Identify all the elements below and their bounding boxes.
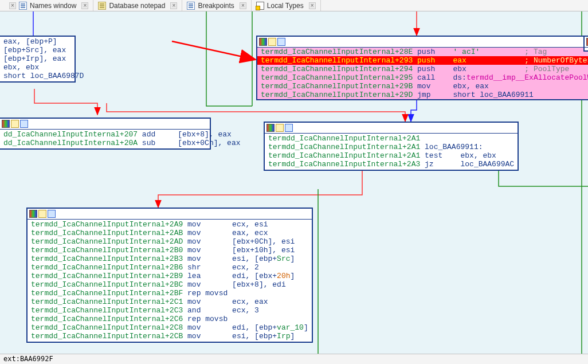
group-icon[interactable] [277,38,285,46]
group-icon[interactable] [285,124,293,132]
basic-block-d[interactable]: termdd_IcaChannelInputInternal+2A1 termd… [264,122,519,171]
status-bar: ext:BAA6992F [0,354,588,364]
group-icon[interactable] [20,120,28,128]
edit-icon[interactable] [11,120,19,128]
tab-bar: × Names window × Database notepad × Brea… [0,0,588,11]
basic-block-body: eax, [ebp+P] [ebp+Src], eax [ebp+Irp], e… [0,37,75,81]
status-text: ext:BAA6992F [3,355,53,363]
breakpoints-icon [187,2,195,10]
basic-block-e[interactable]: termdd_IcaChannelInputInternal+2A9 mov e… [26,208,313,343]
basic-block-a[interactable]: eax, [ebp+P] [ebp+Src], eax [ebp+Irp], e… [0,36,76,83]
tab-names-window[interactable]: × Names window × [2,0,93,11]
types-icon [256,2,264,10]
notepad-icon [98,2,106,10]
graph-canvas[interactable]: eax, [ebp+P] [ebp+Src], eax [ebp+Irp], e… [0,11,588,364]
basic-block-body: termdd_IcaChannelInputInternal+2A1 termd… [265,134,518,170]
close-icon[interactable]: × [240,2,246,9]
node-toolbar [265,123,518,134]
basic-block-body: dd_IcaChannelInputInternal+207 add [ebx+… [0,130,210,148]
color-icon[interactable] [29,210,37,218]
basic-block-body: termdd_IcaChannelInputInternal+2A9 mov e… [28,220,312,342]
tab-label: Local Types [267,2,304,10]
node-toolbar [257,37,588,48]
close-icon[interactable]: × [9,2,16,9]
tab-label: Database notepad [109,2,165,10]
document-icon [19,2,27,10]
edit-icon[interactable] [38,210,46,218]
edit-icon[interactable] [268,38,276,46]
tab-local-types[interactable]: Local Types × [252,0,321,11]
node-toolbar [0,119,210,130]
svg-line-4 [172,41,256,60]
close-icon[interactable]: × [170,2,177,9]
basic-block-body: termdd_IcaChannelInputInternal+28E push … [257,48,588,99]
node-toolbar [28,209,312,220]
color-icon[interactable] [259,38,267,46]
basic-block-b[interactable]: dd_IcaChannelInputInternal+207 add [ebx+… [0,118,211,150]
color-icon[interactable] [2,120,10,128]
close-icon[interactable]: × [81,2,88,9]
basic-block-offscreen[interactable] [583,36,588,52]
node-toolbar [585,37,588,48]
tab-database-notepad[interactable]: Database notepad × [93,0,182,11]
basic-block-c[interactable]: termdd_IcaChannelInputInternal+28E push … [256,36,588,100]
tab-label: Breakpoints [198,2,234,10]
group-icon[interactable] [48,210,56,218]
tab-breakpoints[interactable]: Breakpoints × [182,0,251,11]
color-icon[interactable] [266,124,275,132]
tab-label: Names window [30,2,76,10]
close-icon[interactable]: × [309,2,316,9]
edit-icon[interactable] [276,124,284,132]
